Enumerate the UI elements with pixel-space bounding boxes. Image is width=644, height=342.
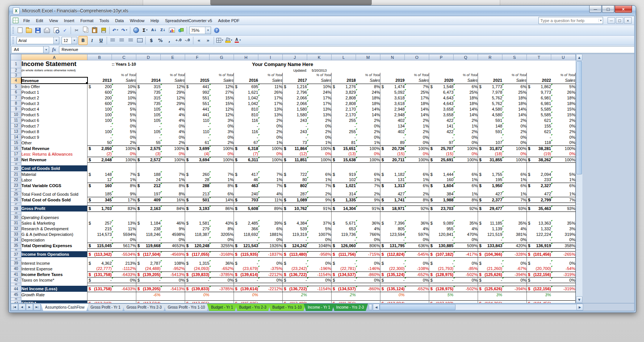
cell-U25[interactable]: 1% bbox=[551, 191, 576, 197]
cell-L29[interactable] bbox=[332, 212, 356, 214]
cell-R12[interactable]: 148 bbox=[478, 123, 502, 129]
cell-P27[interactable] bbox=[429, 202, 454, 206]
cell-G6[interactable]: 27% bbox=[210, 89, 234, 95]
cell-G36[interactable] bbox=[210, 248, 234, 251]
save-button[interactable] bbox=[33, 26, 42, 35]
cell-G20[interactable] bbox=[210, 165, 234, 171]
cell-G1[interactable] bbox=[210, 60, 234, 68]
cell-U20[interactable] bbox=[551, 165, 576, 171]
cell-I32[interactable]: 6% bbox=[258, 226, 283, 231]
cell-C29[interactable] bbox=[112, 212, 136, 214]
cell-F24[interactable] bbox=[185, 188, 210, 191]
cell-P14[interactable]: - bbox=[429, 134, 454, 140]
cell-F27[interactable] bbox=[185, 202, 210, 206]
cell-H9[interactable]: 810 bbox=[234, 106, 258, 112]
cell-U12[interactable]: 0% bbox=[551, 123, 576, 129]
cell-C46[interactable] bbox=[112, 297, 136, 300]
cell-G18[interactable]: 100% bbox=[210, 157, 234, 162]
cell-B39[interactable]: $4,362 bbox=[87, 260, 112, 266]
cell-T42[interactable]: $- bbox=[527, 277, 551, 283]
cell-B20[interactable] bbox=[87, 165, 112, 171]
cell-R38[interactable] bbox=[478, 257, 502, 260]
cell-U28[interactable]: 93% bbox=[551, 206, 576, 212]
cell-I13[interactable]: 2% bbox=[258, 129, 283, 134]
cell-M37[interactable]: -715% bbox=[356, 251, 380, 257]
cell-C17[interactable]: 0% bbox=[112, 151, 136, 157]
cell-C10[interactable]: 5% bbox=[112, 112, 136, 117]
cell-M1[interactable] bbox=[356, 60, 380, 68]
cell-G10[interactable]: 12% bbox=[210, 112, 234, 117]
cell-A29[interactable] bbox=[21, 212, 87, 214]
cell-O15[interactable]: 0% bbox=[405, 140, 429, 146]
cell-E18[interactable]: 100% bbox=[161, 157, 185, 162]
cell-S41[interactable]: -394% bbox=[502, 272, 527, 277]
cell-G38[interactable] bbox=[210, 257, 234, 260]
cell-D6[interactable]: 735 bbox=[136, 89, 161, 95]
cell-P13[interactable]: 422 bbox=[429, 129, 454, 134]
cell-N27[interactable] bbox=[380, 202, 405, 206]
cell-F15[interactable]: 61 bbox=[185, 140, 210, 146]
cell-O16[interactable]: 100% bbox=[405, 146, 429, 151]
cell-C12[interactable]: 0% bbox=[112, 123, 136, 129]
cell-I28[interactable]: 89% bbox=[258, 206, 283, 212]
cell-O46[interactable] bbox=[405, 297, 429, 300]
cell-E40[interactable]: -952% bbox=[161, 266, 185, 272]
cell-U21[interactable]: 5% bbox=[551, 171, 576, 177]
cell-N25[interactable]: 427 bbox=[380, 191, 405, 197]
cell-N30[interactable] bbox=[380, 214, 405, 220]
cell-T27[interactable] bbox=[527, 202, 551, 206]
cell-M13[interactable]: 2% bbox=[356, 129, 380, 134]
cell-B41[interactable]: $(131,758) bbox=[87, 272, 112, 277]
cell-K27[interactable] bbox=[307, 202, 332, 206]
cell-L35[interactable]: $126,060 bbox=[332, 243, 356, 248]
cell-J22[interactable]: 80 bbox=[283, 177, 307, 183]
cell-K36[interactable] bbox=[307, 248, 332, 251]
title-bar[interactable]: X Microsoft Excel - Financials--Comprehe… bbox=[9, 6, 636, 16]
cell-O27[interactable] bbox=[405, 202, 429, 206]
insert-hyperlink-button[interactable] bbox=[131, 26, 140, 35]
cell-O45[interactable] bbox=[405, 292, 429, 297]
cell-H2[interactable] bbox=[234, 68, 258, 73]
cell-M15[interactable]: 1% bbox=[356, 140, 380, 146]
cell-K34[interactable]: 0% bbox=[307, 237, 332, 243]
cell-D8[interactable]: 735 bbox=[136, 100, 161, 106]
cell-S14[interactable]: 0% bbox=[502, 134, 527, 140]
menu-edit[interactable]: Edit bbox=[33, 17, 46, 24]
cell-J34[interactable]: - bbox=[283, 237, 307, 243]
cell-Q14[interactable]: 0% bbox=[454, 134, 478, 140]
cell-P17[interactable]: (15) bbox=[429, 151, 454, 157]
cell-A5[interactable]: Intro Offer bbox=[21, 84, 87, 89]
minimize-button[interactable]: — bbox=[589, 6, 602, 13]
cell-K39[interactable]: 0% bbox=[307, 260, 332, 266]
cell-Q44[interactable]: -502% bbox=[454, 286, 478, 292]
cell-I39[interactable]: 0% bbox=[258, 260, 283, 266]
cell-O1[interactable] bbox=[405, 60, 429, 68]
menu-help[interactable]: Help bbox=[148, 17, 162, 24]
cell-F45[interactable]: 0% bbox=[185, 292, 210, 297]
cell-P7[interactable]: 4,643 bbox=[429, 95, 454, 100]
row-header-2[interactable]: 2 bbox=[11, 68, 21, 73]
cell-F18[interactable]: $3,694 bbox=[185, 157, 210, 162]
cell-H40[interactable]: (23,679) bbox=[234, 266, 258, 272]
cell-J15[interactable]: 73 bbox=[283, 140, 307, 146]
cell-K4[interactable]: Sales bbox=[307, 77, 332, 84]
cell-O28[interactable]: 92% bbox=[405, 206, 429, 212]
cell-U16[interactable]: 100% bbox=[551, 146, 576, 151]
cell-I8[interactable]: 17% bbox=[258, 100, 283, 106]
cell-K25[interactable]: 2% bbox=[307, 191, 332, 197]
cell-N7[interactable]: 3,618 bbox=[380, 95, 405, 100]
sheet-tab-gross-profit-yrs-1-10[interactable]: Gross Profit - Yrs 1-10 bbox=[164, 303, 209, 311]
cell-S20[interactable] bbox=[502, 165, 527, 171]
cell-U40[interactable]: -54% bbox=[551, 266, 576, 272]
cell-B27[interactable] bbox=[87, 202, 112, 206]
cell-L25[interactable]: 314 bbox=[332, 191, 356, 197]
cell-U30[interactable] bbox=[551, 214, 576, 220]
cell-M17[interactable]: 0% bbox=[356, 151, 380, 157]
cell-P15[interactable]: 97 bbox=[429, 140, 454, 146]
cell-I43[interactable] bbox=[258, 283, 283, 286]
cell-C42[interactable]: 0% bbox=[112, 277, 136, 283]
cell-T35[interactable]: $136,919 bbox=[527, 243, 551, 248]
print-preview-button[interactable] bbox=[51, 26, 60, 35]
cell-E34[interactable]: 0% bbox=[161, 237, 185, 243]
cell-E31[interactable]: 46% bbox=[161, 220, 185, 226]
